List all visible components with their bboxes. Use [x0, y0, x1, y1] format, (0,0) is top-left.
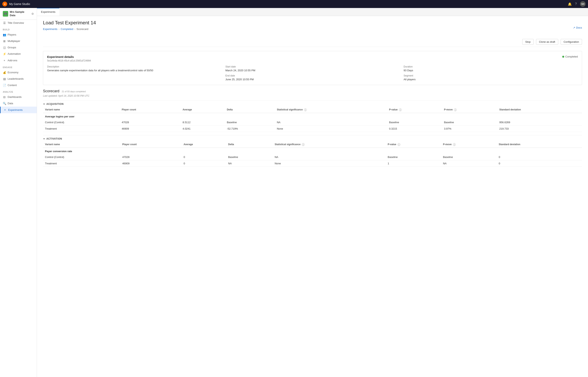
- acquisition-metric-name: Average logins per user: [43, 113, 582, 119]
- acq-row2-pvalue: 0.3215: [387, 125, 442, 132]
- sidebar-account-header: 🎮 Mrs Sample Data ⚙: [0, 8, 37, 20]
- pvalue-info-icon[interactable]: i: [399, 108, 402, 111]
- tab-experiments[interactable]: Experiments: [37, 8, 59, 16]
- sidebar-label-content: Content: [8, 84, 17, 87]
- account-name: Mrs Sample Data: [10, 10, 30, 17]
- page-title: Load Test Experiment 14: [43, 20, 582, 25]
- sidebar-item-automation[interactable]: ⚡ Automation: [0, 51, 37, 57]
- sidebar-item-title-overview[interactable]: ☰ Title Overview: [0, 20, 37, 26]
- col-pmove-act: P-move i: [441, 141, 497, 148]
- acq-row2-variant: Treatment: [43, 125, 120, 132]
- stat-sig-info-icon[interactable]: i: [304, 108, 307, 111]
- user-avatar[interactable]: SH: [580, 1, 586, 7]
- start-date-value: March 24, 2020 10:55 PM: [225, 69, 400, 72]
- experiment-id: 5e1efeda-4616-45c4-af1d-256f1d724994: [47, 59, 91, 62]
- leaderboards-icon: ▤: [3, 77, 6, 81]
- breadcrumb-completed[interactable]: Completed: [61, 28, 73, 31]
- activation-table: Variant name Player count Average Delta …: [43, 141, 582, 167]
- act-row1-average: 0: [182, 154, 226, 160]
- docs-icon: ↗: [573, 26, 575, 29]
- sidebar-label-players: Players: [8, 33, 16, 36]
- col-pmove: P-move i: [442, 107, 497, 113]
- pvalue-act-info-icon[interactable]: i: [398, 143, 400, 146]
- act-row1-variant: Control (Control): [43, 154, 120, 160]
- acq-row1-pvalue: Baseline: [387, 119, 442, 126]
- top-bar-actions: 🔔 ? SH: [568, 1, 586, 7]
- app-body: 🎮 Mrs Sample Data ⚙ ☰ Title Overview BUI…: [0, 8, 588, 377]
- sidebar-item-players[interactable]: 👥 Players: [0, 32, 37, 38]
- activation-collapse-icon[interactable]: ▼: [43, 138, 45, 140]
- stop-button[interactable]: Stop: [522, 39, 534, 45]
- account-logo: 🎮: [3, 11, 8, 17]
- col-player-count: Player count: [120, 107, 181, 113]
- status-badge: Completed: [562, 55, 578, 58]
- sidebar-item-addons[interactable]: ＋ Add-ons: [0, 57, 37, 64]
- card-header: Experiment details 5e1efeda-4616-45c4-af…: [47, 55, 578, 62]
- act-row1-delta: Baseline: [226, 154, 273, 160]
- sidebar-item-dashboards[interactable]: ⊟ Dashboards: [0, 94, 37, 100]
- docs-link[interactable]: ↗ Docs: [573, 26, 582, 29]
- acq-row2-delta: -52.719%: [225, 125, 275, 132]
- multiplayer-icon: ⊞: [3, 40, 6, 43]
- docs-label: Docs: [576, 26, 582, 29]
- table-row: Treatment 46909 4.0241 -52.719% None 0.3…: [43, 125, 582, 132]
- pmove-info-icon[interactable]: i: [454, 108, 457, 111]
- economy-icon: 💰: [3, 71, 6, 74]
- start-date-label: Start date: [225, 65, 400, 68]
- settings-icon[interactable]: ⚙: [31, 12, 34, 15]
- sidebar-item-groups[interactable]: ◫ Groups: [0, 44, 37, 51]
- act-row1-std-dev: 0: [497, 154, 582, 160]
- duration-value: 93 Days: [404, 69, 578, 72]
- act-row2-delta: NA: [226, 160, 273, 166]
- sidebar-item-economy[interactable]: 💰 Economy: [0, 69, 37, 76]
- pmove-act-info-icon[interactable]: i: [453, 143, 456, 146]
- col-average-act: Average: [182, 141, 226, 148]
- clone-as-draft-button[interactable]: Clone as draft: [536, 39, 558, 45]
- act-row2-pmove: NA: [441, 160, 497, 166]
- sidebar-label-multiplayer: Multiplayer: [8, 40, 20, 43]
- col-average: Average: [181, 107, 225, 113]
- acq-row1-delta: Baseline: [225, 119, 275, 126]
- help-icon[interactable]: ?: [575, 2, 577, 6]
- acq-row1-variant: Control (Control): [43, 119, 120, 126]
- sidebar-item-experiments[interactable]: ⌖ Experiments: [0, 107, 37, 113]
- sidebar-label-title-overview: Title Overview: [8, 21, 24, 24]
- sidebar-label-experiments: Experiments: [8, 108, 23, 111]
- sidebar-label-dashboards: Dashboards: [8, 95, 22, 98]
- acq-row2-average: 4.0241: [181, 125, 225, 132]
- acquisition-metric-row: Average logins per user: [43, 113, 582, 119]
- sidebar-item-content[interactable]: 📄 Content: [0, 82, 37, 88]
- table-row: Control (Control) 47028 0 Baseline NA Ba…: [43, 154, 582, 160]
- acquisition-collapse-icon[interactable]: ▼: [43, 103, 45, 105]
- experiments-icon: ⌖: [3, 108, 7, 112]
- notifications-icon[interactable]: 🔔: [568, 2, 572, 6]
- scorecard-title: Scorecard: [43, 89, 59, 93]
- table-row: Treatment 46909 0 NA None 1 NA 0: [43, 160, 582, 166]
- act-row2-pvalue: 1: [386, 160, 441, 166]
- col-variant-act: Variant name: [43, 141, 120, 148]
- activation-section-label: ACTIVATION: [46, 137, 62, 140]
- status-label: Completed: [565, 55, 578, 58]
- acq-row1-player-count: 47028: [120, 119, 181, 126]
- breadcrumb-experiments[interactable]: Experiments: [43, 28, 57, 31]
- acquisition-section-header: ▼ ACQUISITION: [43, 100, 582, 107]
- stat-sig-act-info-icon[interactable]: i: [302, 143, 305, 146]
- acquisition-section-label: ACQUISITION: [46, 103, 64, 106]
- col-pvalue: P-value i: [387, 107, 442, 113]
- acquisition-table: Variant name Player count Average Delta …: [43, 107, 582, 132]
- col-player-count-act: Player count: [120, 141, 182, 148]
- sidebar-item-data[interactable]: 🔍 Data: [0, 100, 37, 107]
- configuration-button[interactable]: Configuration: [561, 39, 582, 45]
- main-content: Load Test Experiment 14 Experiments › Co…: [37, 16, 588, 377]
- acq-row1-std-dev: 956.6269: [497, 119, 582, 126]
- top-bar: ● My Game Studio 🔔 ? SH: [0, 0, 588, 8]
- content-area: Experiments Load Test Experiment 14 Expe…: [37, 8, 588, 377]
- end-date-value: June 25, 2020 10:55 PM: [225, 78, 400, 81]
- sidebar-item-multiplayer[interactable]: ⊞ Multiplayer: [0, 38, 37, 44]
- acq-row1-average: 8.5112: [181, 119, 225, 126]
- detail-grid: Description Generates sample experimenta…: [47, 65, 578, 81]
- automation-icon: ⚡: [3, 52, 6, 56]
- sidebar-item-leaderboards[interactable]: ▤ Leaderboards: [0, 76, 37, 82]
- acq-row2-pmove: 3.97%: [442, 125, 497, 132]
- table-row: Control (Control) 47028 8.5112 Baseline …: [43, 119, 582, 126]
